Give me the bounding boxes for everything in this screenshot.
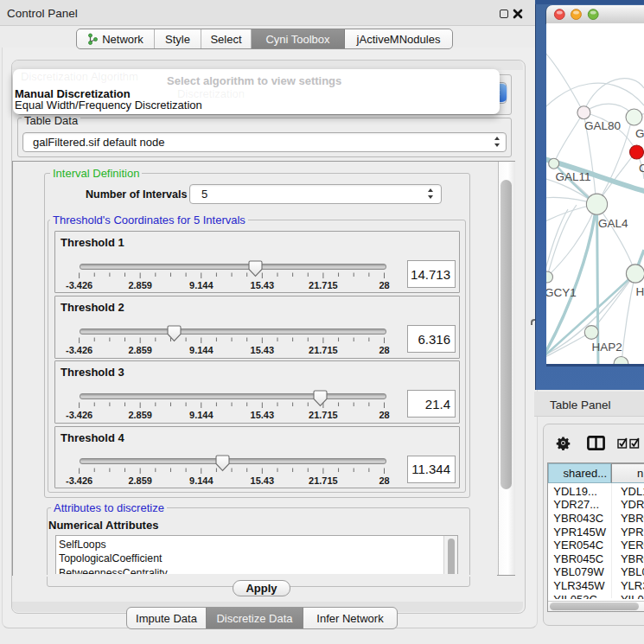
svg-text:G.: G. [635, 127, 644, 140]
svg-text:C: C [639, 162, 644, 175]
svg-text:HAP2: HAP2 [592, 341, 622, 354]
svg-text:GAL80: GAL80 [584, 119, 621, 132]
svg-text:GAL11: GAL11 [556, 170, 591, 183]
svg-text:GCY1: GCY1 [546, 286, 577, 299]
svg-text:GAL4: GAL4 [598, 217, 628, 230]
svg-text:H: H [636, 285, 644, 298]
